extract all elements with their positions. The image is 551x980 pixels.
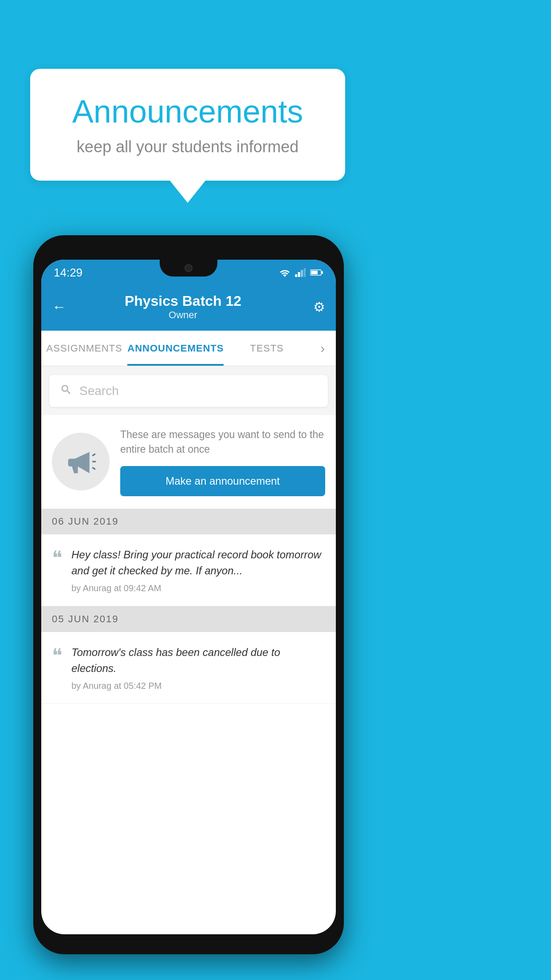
announcement-meta-1: by Anurag at 09:42 AM	[71, 583, 325, 593]
announcement-message-2: Tomorrow's class has been cancelled due …	[71, 644, 325, 676]
content-area: Search These are messages you want to se…	[41, 366, 336, 704]
wifi-icon	[279, 268, 291, 277]
tabs-container: ASSIGNMENTS ANNOUNCEMENTS TESTS ›	[41, 331, 336, 366]
promo-icon-circle	[52, 433, 110, 490]
quote-icon-1: ❝	[52, 549, 63, 568]
promo-content: These are messages you want to send to t…	[120, 427, 325, 496]
promo-description: These are messages you want to send to t…	[120, 427, 325, 457]
tab-assignments[interactable]: ASSIGNMENTS	[41, 331, 127, 366]
speech-bubble-title: Announcements	[57, 93, 319, 130]
svg-rect-0	[295, 274, 297, 277]
search-bar[interactable]: Search	[49, 375, 328, 407]
notch	[160, 260, 217, 277]
make-announcement-button[interactable]: Make an announcement	[120, 466, 325, 496]
speech-bubble-container: Announcements keep all your students inf…	[30, 69, 345, 203]
tab-more[interactable]: ›	[310, 331, 336, 366]
app-bar-title: Physics Batch 12	[53, 293, 313, 309]
tab-announcements[interactable]: ANNOUNCEMENTS	[127, 331, 224, 366]
svg-rect-2	[301, 270, 303, 277]
svg-rect-6	[311, 271, 318, 274]
date-header-jun5: 05 JUN 2019	[41, 606, 336, 632]
svg-rect-1	[298, 272, 300, 277]
speech-bubble-arrow	[170, 181, 205, 203]
svg-rect-3	[304, 268, 306, 277]
phone-screen: 14:29	[41, 260, 336, 934]
status-time: 14:29	[54, 266, 83, 280]
signal-icon	[295, 268, 306, 277]
megaphone-icon	[65, 446, 96, 477]
svg-rect-5	[322, 271, 323, 274]
search-placeholder: Search	[79, 384, 119, 398]
announcement-promo: These are messages you want to send to t…	[41, 415, 336, 509]
status-icons	[279, 268, 323, 277]
svg-line-7	[92, 454, 95, 456]
announcement-item-2[interactable]: ❝ Tomorrow's class has been cancelled du…	[41, 632, 336, 704]
phone-device: 14:29	[33, 235, 344, 954]
date-header-jun6: 06 JUN 2019	[41, 509, 336, 534]
app-bar: ← Physics Batch 12 Owner ⚙	[41, 283, 336, 331]
announcement-content-2: Tomorrow's class has been cancelled due …	[71, 644, 325, 691]
app-bar-subtitle: Owner	[53, 309, 313, 321]
announcement-item-1[interactable]: ❝ Hey class! Bring your practical record…	[41, 534, 336, 606]
speech-bubble: Announcements keep all your students inf…	[30, 69, 345, 181]
search-icon	[60, 383, 72, 399]
announcement-meta-2: by Anurag at 05:42 PM	[71, 681, 325, 691]
announcement-content-1: Hey class! Bring your practical record b…	[71, 547, 325, 593]
speech-bubble-subtitle: keep all your students informed	[57, 138, 319, 156]
announcement-message-1: Hey class! Bring your practical record b…	[71, 547, 325, 579]
app-bar-title-group: Physics Batch 12 Owner	[53, 293, 313, 321]
svg-line-9	[92, 467, 95, 469]
settings-button[interactable]: ⚙	[313, 299, 325, 315]
tab-tests[interactable]: TESTS	[224, 331, 310, 366]
camera-icon	[185, 264, 193, 272]
quote-icon-2: ❝	[52, 646, 63, 666]
battery-icon	[310, 269, 323, 276]
